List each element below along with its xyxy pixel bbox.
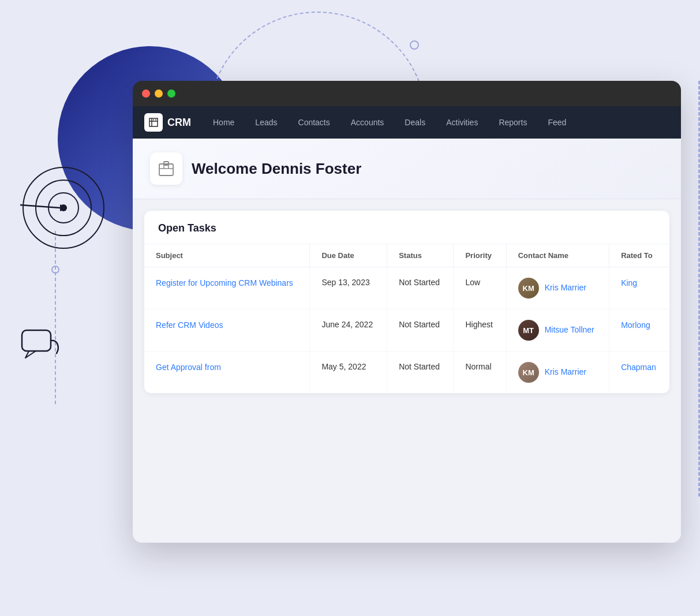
task-contact-3: KM Kris Marrier [506,352,609,394]
svg-rect-10 [159,164,173,176]
task-priority-2: Highest [454,309,506,352]
nav-item-contacts[interactable]: Contacts [288,106,340,139]
nav-logo[interactable]: CRM [144,113,191,132]
target-icon [17,162,110,256]
task-contact-2: MT Mitsue Tollner [506,309,609,352]
task-subject-2[interactable]: Refer CRM Videos [144,309,310,352]
avatar-mitsue: MT [518,320,539,341]
task-rated-to-1[interactable]: King [609,267,669,309]
col-subject: Subject [144,244,310,267]
svg-marker-7 [25,351,36,358]
nav-logo-text: CRM [167,117,191,129]
task-due-date-1: Sep 13, 2023 [310,267,387,309]
nav-item-reports[interactable]: Reports [488,106,537,139]
table-row: Register for Upcoming CRM Webinars Sep 1… [144,267,669,309]
avatar-initials: MT [523,326,534,335]
col-status: Status [387,244,454,267]
svg-rect-6 [22,330,51,351]
traffic-light-green[interactable] [167,89,175,98]
traffic-light-yellow[interactable] [155,89,163,98]
phone-icon [17,323,63,372]
task-contact-1: KM Kris Marrier [506,267,609,309]
svg-line-4 [20,205,60,208]
nav-item-activities[interactable]: Activities [436,106,488,139]
browser-window: CRM Home Leads Contacts Accounts Deals A… [133,81,681,543]
col-due-date: Due Date [310,244,387,267]
welcome-icon-box [150,152,182,185]
task-due-date-2: June 24, 2022 [310,309,387,352]
col-rated-to: Rated To [609,244,669,267]
bg-small-circle [410,40,419,50]
task-priority-3: Normal [454,352,506,394]
col-contact-name: Contact Name [506,244,609,267]
nav-item-accounts[interactable]: Accounts [340,106,395,139]
main-content: Welcome Dennis Foster Open Tasks Subject… [133,139,681,543]
nav-item-deals[interactable]: Deals [394,106,436,139]
task-status-3: Not Started [387,352,454,394]
nav-item-feed[interactable]: Feed [537,106,577,139]
welcome-banner: Welcome Dennis Foster [133,139,681,199]
avatar-initials: KM [523,368,534,377]
nav-item-home[interactable]: Home [203,106,245,139]
tasks-header: Open Tasks [144,211,669,244]
task-priority-1: Low [454,267,506,309]
task-due-date-3: May 5, 2022 [310,352,387,394]
tasks-section: Open Tasks Subject Due Date Status Prior… [144,211,669,393]
svg-point-8 [153,120,154,121]
avatar-initials: KM [523,284,534,293]
col-priority: Priority [454,244,506,267]
task-status-2: Not Started [387,309,454,352]
bg-dashed-line [55,231,56,404]
table-row: Get Approval from May 5, 2022 Not Starte… [144,352,669,394]
nav-item-leads[interactable]: Leads [245,106,287,139]
traffic-light-red[interactable] [142,89,150,98]
task-rated-to-3[interactable]: Chapman [609,352,669,394]
task-status-1: Not Started [387,267,454,309]
tasks-table: Subject Due Date Status Priority Contact… [144,244,669,393]
task-subject-3[interactable]: Get Approval from [144,352,310,394]
avatar-kris-3: KM [518,362,539,383]
task-subject-1[interactable]: Register for Upcoming CRM Webinars [144,267,310,309]
svg-rect-11 [164,162,169,165]
avatar-kris-1: KM [518,278,539,298]
browser-titlebar [133,81,681,106]
nav-bar: CRM Home Leads Contacts Accounts Deals A… [133,106,681,139]
bg-small-circle2 [51,266,59,274]
welcome-title: Welcome Dennis Foster [192,160,361,178]
table-row: Refer CRM Videos June 24, 2022 Not Start… [144,309,669,352]
svg-point-9 [155,120,156,121]
nav-logo-icon [144,113,163,132]
task-rated-to-2[interactable]: Morlong [609,309,669,352]
